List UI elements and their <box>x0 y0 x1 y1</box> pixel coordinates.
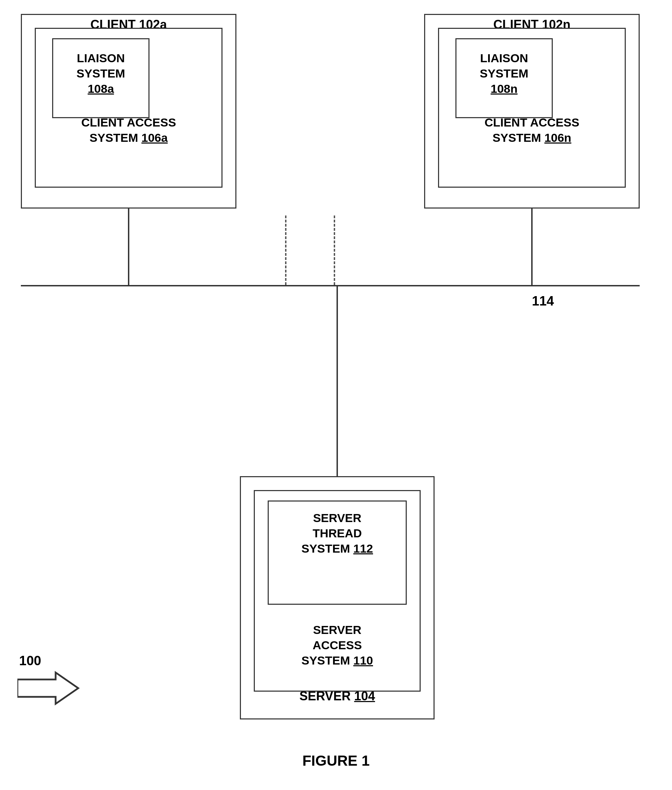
label-100: 100 <box>19 653 41 668</box>
connector-client-a-to-network <box>128 208 129 286</box>
liaison-system-a-label: LIAISONSYSTEM108a <box>52 50 149 97</box>
client-access-system-a-label: CLIENT ACCESSSYSTEM 106a <box>35 115 222 145</box>
svg-marker-0 <box>18 673 78 704</box>
server-access-system-label: SERVERACCESSSYSTEM 110 <box>254 622 421 668</box>
liaison-system-n-label: LIAISONSYSTEM108n <box>455 50 553 97</box>
client-access-system-n-label: CLIENT ACCESSSYSTEM 106n <box>438 115 626 145</box>
figure-label: FIGURE 1 <box>302 752 370 769</box>
server-thread-system-label: SERVERTHREADSYSTEM 112 <box>269 510 405 557</box>
network-line <box>21 285 640 286</box>
label-114: 114 <box>532 294 554 309</box>
dashed-line-2 <box>334 216 335 285</box>
connector-client-n-to-network <box>531 208 533 286</box>
connector-network-to-server <box>336 286 338 477</box>
dashed-line-1 <box>285 216 286 285</box>
diagram: CLIENT 102a CLIENT ACCESSSYSTEM 106a LIA… <box>0 0 672 790</box>
arrow-100-icon <box>18 671 80 705</box>
